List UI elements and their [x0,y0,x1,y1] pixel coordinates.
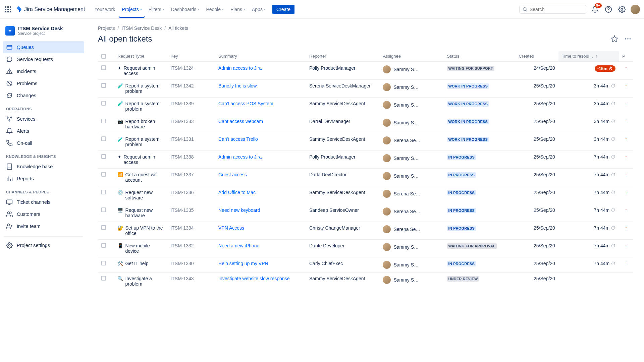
product-logo[interactable]: Jira Service Management [15,5,85,13]
column-header-status[interactable]: Status [444,51,516,62]
star-button[interactable] [609,34,620,44]
help-button[interactable] [604,5,613,14]
status-lozenge[interactable]: IN PROGRESS [447,172,476,178]
column-header-sla[interactable]: Time to resolu... ↑ [558,51,619,62]
column-header-reporter[interactable]: Reporter [306,51,379,62]
status-lozenge[interactable]: IN PROGRESS [447,155,476,160]
row-checkbox[interactable] [101,83,106,88]
ticket-summary-link[interactable]: Add Office to Mac [218,190,256,195]
ticket-summary-link[interactable]: Can't access Trello [218,136,258,142]
ticket-summary-link[interactable]: Help setting up my VPN [218,261,268,266]
create-button[interactable]: Create [272,5,294,14]
nav-item-dashboards[interactable]: Dashboards▾ [168,4,202,15]
nav-item-apps[interactable]: Apps▾ [249,4,268,15]
sidebar-item-knowledge-base[interactable]: Knowledge base [3,161,84,173]
status-lozenge[interactable]: IN PROGRESS [447,208,476,213]
sidebar-item-invite-team[interactable]: Invite team [3,220,84,232]
breadcrumb-item[interactable]: ITSM Service Desk [121,25,162,31]
column-header-priority[interactable]: P [619,51,633,62]
sidebar-item-reports[interactable]: Reports [3,173,84,185]
ticket-summary-link[interactable]: Investigate website slow response [218,276,289,281]
breadcrumb-item[interactable]: Projects [98,25,115,31]
profile-avatar[interactable] [631,5,640,14]
ticket-key[interactable]: ITSM-1333 [170,119,194,124]
project-header[interactable]: ✦ ITSM Service Desk Service project [3,24,84,41]
row-checkbox[interactable] [101,154,106,159]
column-header-request-type[interactable]: Request Type [114,51,167,62]
row-checkbox[interactable] [101,243,106,248]
status-lozenge[interactable]: WORK IN PROGRESS [447,137,489,142]
row-checkbox[interactable] [101,276,106,281]
sidebar-item-queues[interactable]: Queues [3,41,84,53]
status-lozenge[interactable]: IN PROGRESS [447,226,476,231]
ticket-summary-link[interactable]: Need new keyboard [218,207,260,213]
ticket-key[interactable]: ITSM-1337 [170,172,194,177]
row-checkbox[interactable] [101,225,106,230]
nav-item-plans[interactable]: Plans▾ [228,4,248,15]
settings-button[interactable] [617,5,627,14]
row-checkbox[interactable] [101,119,106,123]
column-header-created[interactable]: Created [515,51,558,62]
row-checkbox[interactable] [101,101,106,106]
ticket-summary-link[interactable]: Admin access to Jira [218,65,262,71]
row-checkbox[interactable] [101,136,106,141]
ticket-summary-link[interactable]: VPN Access [218,225,244,231]
ticket-summary-link[interactable]: Can't access POS System [218,101,273,106]
row-checkbox[interactable] [101,207,106,212]
ticket-key[interactable]: ITSM-1343 [170,276,194,281]
ticket-summary-link[interactable]: Banc.ly Inc is slow [218,83,257,88]
column-header-summary[interactable]: Summary [215,51,306,62]
row-checkbox[interactable] [101,261,106,265]
sidebar-item-ticket-channels[interactable]: Ticket channels [3,196,84,208]
ticket-summary-link[interactable]: Admin access to Jira [218,154,262,160]
ticket-key[interactable]: ITSM-1339 [170,101,194,106]
ticket-summary-link[interactable]: Cant access webcam [218,119,263,124]
status-lozenge[interactable]: WORK IN PROGRESS [447,101,489,107]
row-checkbox[interactable] [101,65,106,70]
ticket-key[interactable]: ITSM-1331 [170,136,194,142]
app-switcher-button[interactable] [4,5,12,13]
sidebar-item-changes[interactable]: Changes [3,89,84,102]
sidebar-item-project-settings[interactable]: Project settings [3,239,84,251]
sidebar-item-incidents[interactable]: Incidents [3,65,84,77]
sidebar-item-customers[interactable]: Customers [3,208,84,220]
select-all-checkbox[interactable] [101,54,106,59]
nav-item-filters[interactable]: Filters▾ [146,4,167,15]
status-lozenge[interactable]: WORK IN PROGRESS [447,83,489,89]
ticket-summary-link[interactable]: Guest access [218,172,247,177]
search-box[interactable] [519,5,586,14]
status-lozenge[interactable]: WAITING FOR APPROVAL [447,243,497,249]
ticket-key[interactable]: ITSM-1334 [170,225,194,231]
status-lozenge[interactable]: UNDER REVIEW [447,276,479,282]
chevron-down-icon: ▾ [222,7,224,11]
status-lozenge[interactable]: IN PROGRESS [447,261,476,266]
row-checkbox[interactable] [101,172,106,177]
ticket-summary-link[interactable]: Need a new iPhone [218,243,259,248]
sidebar-item-service-requests[interactable]: Service requests [3,53,84,65]
ticket-key[interactable]: ITSM-1336 [170,190,194,195]
ticket-key[interactable]: ITSM-1330 [170,261,194,266]
column-header-key[interactable]: Key [167,51,215,62]
ticket-key[interactable]: ITSM-1342 [170,83,194,88]
nav-item-your-work[interactable]: Your work [92,4,118,15]
sidebar-item-alerts[interactable]: Alerts [3,125,84,137]
row-checkbox[interactable] [101,190,106,194]
sidebar-item-services[interactable]: Services [3,113,84,125]
more-actions-button[interactable] [623,34,633,44]
nav-item-projects[interactable]: Projects▾ [119,1,145,18]
notifications-button[interactable]: 9+ [590,5,600,14]
ticket-key[interactable]: ITSM-1324 [170,65,194,71]
status-lozenge[interactable]: WORK IN PROGRESS [447,119,489,124]
nav-item-people[interactable]: People▾ [203,4,226,15]
ticket-key[interactable]: ITSM-1335 [170,207,194,213]
column-header-assignee[interactable]: Assignee [379,51,443,62]
sidebar-item-on-call[interactable]: On-call [3,137,84,149]
sidebar-item-problems[interactable]: Problems [3,77,84,89]
assignee-name: Sammy Servi... [393,120,421,125]
status-lozenge[interactable]: WAITING FOR SUPPORT [447,66,494,71]
ticket-key[interactable]: ITSM-1332 [170,243,194,248]
status-lozenge[interactable]: IN PROGRESS [447,190,476,195]
ticket-key[interactable]: ITSM-1338 [170,154,194,160]
breadcrumb-item[interactable]: All tickets [168,25,188,31]
search-input[interactable] [530,7,580,12]
